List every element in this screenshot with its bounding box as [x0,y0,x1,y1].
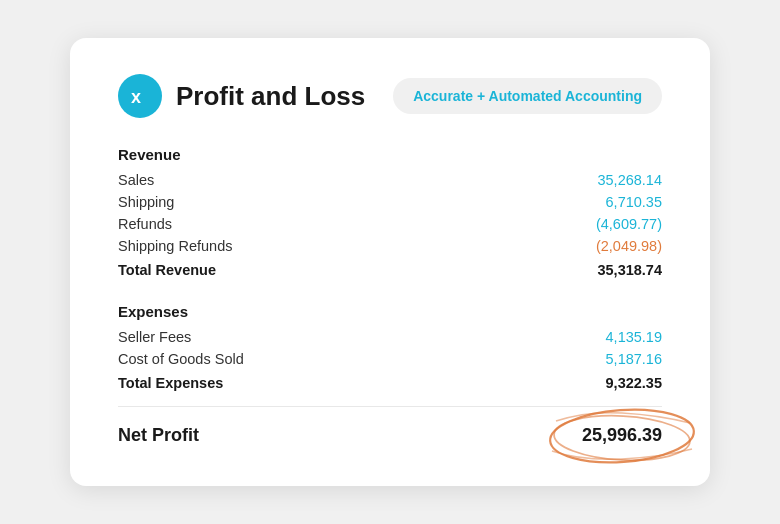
row-amount: (2,049.98) [463,235,662,257]
expenses-section: Expenses Seller Fees 4,135.19 Cost of Go… [118,303,662,394]
expenses-label: Expenses [118,303,662,320]
revenue-total-row: Total Revenue 35,318.74 [118,257,662,281]
total-label: Total Expenses [118,370,493,394]
row-amount: 4,135.19 [493,326,662,348]
total-amount: 9,322.35 [493,370,662,394]
page-title: Profit and Loss [176,81,365,112]
row-label: Shipping Refunds [118,235,463,257]
row-amount: 5,187.16 [493,348,662,370]
table-row: Sales 35,268.14 [118,169,662,191]
row-amount: (4,609.77) [463,213,662,235]
expenses-total-row: Total Expenses 9,322.35 [118,370,662,394]
badge: Accurate + Automated Accounting [393,78,662,114]
table-row: Cost of Goods Sold 5,187.16 [118,348,662,370]
net-profit-label: Net Profit [118,425,199,446]
row-amount: 35,268.14 [463,169,662,191]
row-label: Shipping [118,191,463,213]
divider [118,406,662,407]
row-label: Seller Fees [118,326,493,348]
net-profit-amount: 25,996.39 [582,425,662,445]
table-row: Shipping 6,710.35 [118,191,662,213]
row-label: Refunds [118,213,463,235]
total-amount: 35,318.74 [463,257,662,281]
logo-title: x Profit and Loss [118,74,365,118]
net-profit-circle-wrapper: 25,996.39 [582,425,662,446]
row-label: Cost of Goods Sold [118,348,493,370]
row-label: Sales [118,169,463,191]
net-profit-row: Net Profit 25,996.39 [118,425,662,446]
card-header: x Profit and Loss Accurate + Automated A… [118,74,662,118]
revenue-label: Revenue [118,146,662,163]
revenue-table: Sales 35,268.14 Shipping 6,710.35 Refund… [118,169,662,281]
expenses-table: Seller Fees 4,135.19 Cost of Goods Sold … [118,326,662,394]
xero-logo-svg: x [127,83,153,109]
profit-loss-card: x Profit and Loss Accurate + Automated A… [70,38,710,486]
table-row: Shipping Refunds (2,049.98) [118,235,662,257]
table-row: Seller Fees 4,135.19 [118,326,662,348]
svg-text:x: x [131,87,141,107]
xero-logo: x [118,74,162,118]
revenue-section: Revenue Sales 35,268.14 Shipping 6,710.3… [118,146,662,281]
row-amount: 6,710.35 [463,191,662,213]
table-row: Refunds (4,609.77) [118,213,662,235]
total-label: Total Revenue [118,257,463,281]
